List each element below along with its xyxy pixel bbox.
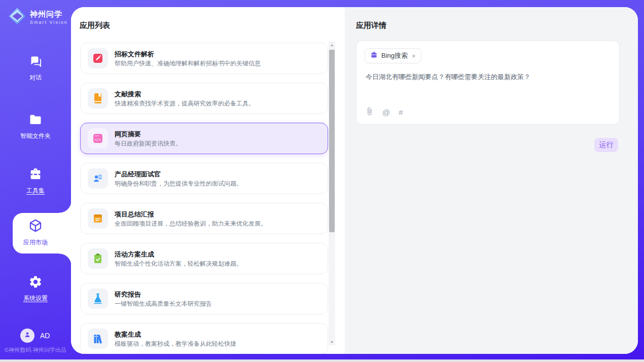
brand-subtitle: Smart Vision [30,20,68,25]
diamond-logo-icon [8,7,26,27]
main-panel: 应用列表 招标文件解析 帮助用户快速、准确地理解和解析招标书中的关键信息 [71,7,638,354]
app-name: 研究报告 [115,291,212,298]
sidebar-item-label: 应用市场 [0,238,71,247]
sidebar-item-app-market[interactable]: 应用市场 [0,218,71,247]
app-detail-column: 应用详情 Bing搜索 × 今日湖北有哪些新闻要点？有哪些需要关注的最新政策？ [345,7,638,354]
hash-icon[interactable]: # [399,108,403,117]
input-toolbar: @ # [365,107,403,118]
window-bottom-edge [0,359,644,362]
app-card-bid-parse[interactable]: 招标文件解析 帮助用户快速、准确地理解和解析招标书中的关键信息 [80,43,328,74]
user-account[interactable]: AD [20,329,50,343]
app-name: 产品经理面试官 [115,171,242,177]
app-name: 项目总结汇报 [115,211,267,218]
app-card-project-summary[interactable]: 项目总结汇报 全面回顾项目进展，总结经验教训，助力未来优化发展。 [80,203,328,234]
avatar [20,329,34,343]
sidebar-item-label: 系统设置 [0,294,71,303]
prompt-card: Bing搜索 × 今日湖北有哪些新闻要点？有哪些需要关注的最新政策？ @ # [356,41,620,125]
scroll-down-icon[interactable]: ▼ [329,339,335,345]
person-icon [23,331,31,341]
app-list-scrollbar[interactable]: ▲ ▼ [329,42,335,345]
web-code-icon: </> [88,128,108,149]
sidebar-item-toolset[interactable]: 工具集 [0,167,71,195]
sidebar-item-label: 对话 [0,74,71,82]
brand-name: 神州问学 [30,10,62,18]
edit-document-icon [88,48,108,68]
app-desc: 每日政府新闻资讯快查。 [115,140,182,147]
flask-icon [88,288,108,309]
app-desc: 帮助用户快速、准确地理解和解析招标书中的关键信息 [115,60,261,66]
app-desc: 模板驱动，教案秒成，教学准备从此轻松快捷 [115,341,236,347]
attachment-icon[interactable] [365,107,374,118]
sidebar: 神州问学 Smart Vision 对话 智能文件夹 [0,0,71,362]
mention-icon[interactable]: @ [382,108,390,117]
clipboard-check-icon [88,248,108,269]
app-name: 活动方案生成 [115,251,242,258]
scrollbar-thumb[interactable] [329,50,335,232]
app-card-literature-search[interactable]: 文献搜索 快速精准查找学术资源，提高研究效率的必备工具。 [80,83,328,114]
brand-logo: 神州问学 Smart Vision [8,7,68,27]
run-button[interactable]: 运行 [594,138,618,152]
app-list-title: 应用列表 [80,21,110,30]
bubble-curve-bottom [59,254,71,266]
app-desc: 智能生成个性化活动方案，轻松解决规划难题。 [115,261,242,267]
briefcase-icon [370,51,378,61]
app-card-web-summary[interactable]: </> 网页摘要 每日政府新闻资讯快查。 [80,123,328,154]
app-card-activity-plan[interactable]: 活动方案生成 智能生成个性化活动方案，轻松解决规划难题。 [80,243,328,274]
scroll-up-icon[interactable]: ▲ [329,42,335,48]
user-initials: AD [40,332,50,340]
app-card-lesson-plan[interactable]: 教案生成 模板驱动，教案秒成，教学准备从此轻松快捷 [80,323,328,354]
cube-icon [28,226,43,235]
folder-icon [28,120,43,128]
bubble-curve-top [59,201,71,213]
book-icon [88,88,108,108]
app-desc: 全面回顾项目进展，总结经验教训，助力未来优化发展。 [115,221,267,227]
app-name: 教案生成 [115,331,236,338]
tool-tag-label: Bing搜索 [381,51,408,60]
copyright-footer: ©神州数码·神州问学出品 [0,346,71,354]
interviewer-icon [88,168,108,189]
app-desc: 一键智能生成高质量长文本研究报告 [115,301,212,307]
app-list-column: 应用列表 招标文件解析 帮助用户快速、准确地理解和解析招标书中的关键信息 [71,7,345,354]
tool-tag-bing[interactable]: Bing搜索 × [365,48,421,63]
app-name: 文献搜索 [115,91,255,97]
sidebar-item-chat[interactable]: 对话 [0,55,71,82]
sidebar-item-label: 工具集 [0,187,71,195]
svg-text:</>: </> [95,137,102,142]
app-name: 招标文件解析 [115,51,261,57]
gear-icon [28,282,43,291]
app-card-research-report[interactable]: 研究报告 一键智能生成高质量长文本研究报告 [80,283,328,314]
app-card-pm-interviewer[interactable]: 产品经理面试官 明确身份和职责，为您提供专业性的面试问题。 [80,163,328,194]
query-input[interactable]: 今日湖北有哪些新闻要点？有哪些需要关注的最新政策？ [366,73,609,82]
books-icon [88,329,108,349]
sidebar-item-settings[interactable]: 系统设置 [0,275,71,303]
toolbox-icon [28,174,43,183]
note-icon [88,208,108,229]
chat-icon [29,61,43,70]
app-detail-title: 应用详情 [356,21,386,30]
app-desc: 明确身份和职责，为您提供专业性的面试问题。 [115,180,242,187]
app-desc: 快速精准查找学术资源，提高研究效率的必备工具。 [115,100,255,106]
close-icon[interactable]: × [412,52,416,60]
sidebar-item-smart-folders[interactable]: 智能文件夹 [0,113,71,140]
app-name: 网页摘要 [115,131,182,137]
sidebar-item-label: 智能文件夹 [0,132,71,140]
brand-text: 神州问学 Smart Vision [30,10,68,25]
